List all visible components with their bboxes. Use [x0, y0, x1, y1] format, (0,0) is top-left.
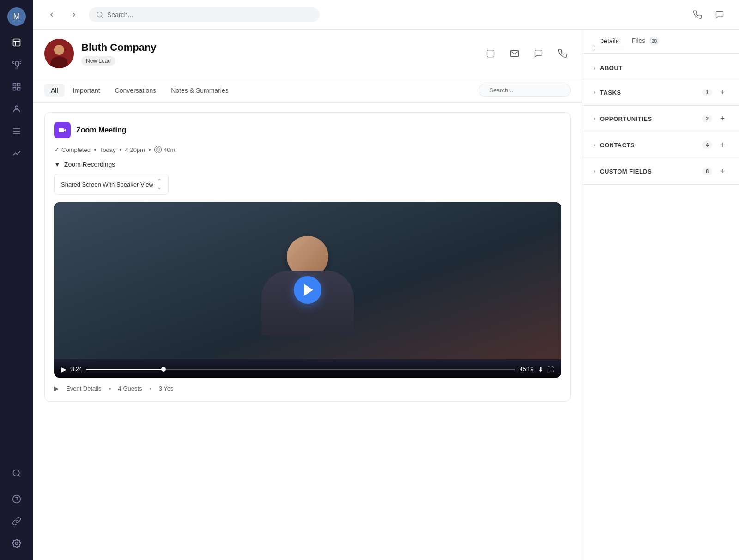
svg-line-15: [101, 16, 103, 18]
company-badge: New Lead: [81, 56, 115, 66]
custom-fields-add-button[interactable]: +: [717, 166, 728, 177]
sidebar-item-trophy[interactable]: [7, 55, 26, 74]
phone-button[interactable]: [689, 6, 706, 23]
activity-icon: [54, 122, 71, 138]
opportunities-badge: 2: [702, 115, 712, 122]
filter-search-input[interactable]: [489, 87, 567, 94]
filter-tabs: All Important Conversations Notes & Summ…: [33, 78, 582, 103]
video-play-small-icon[interactable]: ▶: [61, 366, 67, 373]
accordion-contacts-header[interactable]: › CONTACTS 4 +: [582, 132, 739, 158]
video-controls: ▶ 8:24 45:19 ⬇ ⛶: [54, 361, 561, 378]
search-input[interactable]: [107, 11, 312, 18]
right-panel-content: › ABOUT › TASKS 1 + ›: [582, 54, 739, 560]
message-action[interactable]: [530, 45, 547, 62]
sidebar-item-integrations[interactable]: [7, 512, 26, 530]
sidebar-item-help[interactable]: [7, 490, 26, 508]
company-header: Bluth Company New Lead: [33, 30, 582, 78]
svg-rect-0: [13, 39, 20, 46]
event-details-arrow-icon: ▶: [54, 385, 59, 392]
activity-duration: 40m: [164, 146, 175, 153]
view-selector[interactable]: Shared Screen With Speaker View ⌃⌄: [54, 174, 169, 195]
svg-rect-22: [59, 128, 64, 132]
opportunities-title: OPPORTUNITIES: [600, 115, 697, 122]
company-info: Bluth Company New Lead: [81, 42, 475, 66]
meta-dot-2: [120, 149, 121, 151]
recordings-label: Zoom Recordings: [64, 161, 115, 168]
phone-action[interactable]: [554, 45, 571, 62]
tasks-title: TASKS: [600, 89, 697, 96]
activity-feed: Zoom Meeting ✓ Completed Today 4:20pm: [33, 103, 582, 560]
video-player[interactable]: ▶ 8:24 45:19 ⬇ ⛶: [54, 202, 561, 378]
event-dot-2: [150, 388, 151, 390]
play-triangle-icon: [304, 284, 313, 296]
tab-important[interactable]: Important: [67, 84, 107, 97]
svg-line-10: [18, 475, 20, 477]
view-selector-arrow: ⌃⌄: [157, 178, 162, 191]
sidebar-item-contacts[interactable]: [7, 100, 26, 118]
company-avatar-inner: [44, 39, 74, 68]
files-badge: 28: [649, 36, 659, 46]
tab-conversations[interactable]: Conversations: [109, 84, 163, 97]
svg-point-17: [54, 45, 64, 55]
sidebar-item-grid[interactable]: [7, 78, 26, 96]
activity-card-header: Zoom Meeting: [54, 122, 561, 138]
user-avatar[interactable]: M: [7, 7, 26, 26]
duration-display: 40m: [154, 146, 175, 153]
company-avatar: [44, 39, 74, 68]
right-tab-details[interactable]: Details: [594, 35, 624, 48]
svg-point-5: [15, 106, 18, 109]
right-panel-tabs: Details Files 28: [582, 30, 739, 54]
filter-search[interactable]: [479, 84, 571, 97]
chat-button[interactable]: [711, 6, 728, 23]
forward-button[interactable]: [67, 7, 81, 22]
tasks-arrow-icon: ›: [594, 89, 595, 96]
sidebar-item-search[interactable]: [7, 464, 26, 482]
view-label: Shared Screen With Speaker View: [61, 181, 153, 188]
note-action[interactable]: [482, 45, 499, 62]
activity-time: 4:20pm: [125, 146, 145, 153]
right-tab-files[interactable]: Files 28: [626, 34, 665, 49]
svg-rect-19: [487, 50, 494, 57]
video-download-icon[interactable]: ⬇: [538, 366, 544, 373]
video-fullscreen-icon[interactable]: ⛶: [547, 366, 554, 373]
play-button[interactable]: [294, 276, 321, 304]
company-avatar-image: [44, 39, 74, 68]
meta-dot-1: [94, 149, 96, 151]
about-arrow-icon: ›: [594, 65, 595, 72]
custom-fields-arrow-icon: ›: [594, 168, 595, 175]
sidebar-item-list[interactable]: [7, 122, 26, 140]
tab-notes[interactable]: Notes & Summaries: [164, 84, 235, 97]
event-details-footer[interactable]: ▶ Event Details 4 Guests 3 Yes: [54, 385, 561, 392]
accordion-contacts: › CONTACTS 4 +: [582, 132, 739, 158]
content-area: Bluth Company New Lead: [33, 30, 739, 560]
check-icon: ✓: [54, 146, 60, 153]
sidebar-item-analytics[interactable]: [7, 144, 26, 163]
topnav: [33, 0, 739, 30]
accordion-about: › ABOUT: [582, 57, 739, 79]
right-panel: Details Files 28 › ABOUT: [582, 30, 739, 560]
sidebar-item-inbox[interactable]: [7, 33, 26, 52]
email-action[interactable]: [506, 45, 523, 62]
sidebar-item-settings[interactable]: [7, 534, 26, 553]
contacts-add-button[interactable]: +: [717, 139, 728, 151]
clock-icon: [154, 146, 162, 153]
zoom-recordings-toggle[interactable]: ▼ Zoom Recordings: [54, 161, 561, 168]
event-details-label: Event Details: [66, 385, 102, 392]
video-progress-bar[interactable]: [86, 369, 515, 370]
activity-title: Zoom Meeting: [76, 126, 126, 134]
search-bar[interactable]: [89, 7, 320, 22]
back-button[interactable]: [44, 7, 59, 22]
video-current-time: 8:24: [71, 366, 82, 373]
activity-meta: ✓ Completed Today 4:20pm 40m: [54, 146, 561, 153]
event-guests: 4 Guests: [118, 385, 142, 392]
accordion-tasks-header[interactable]: › TASKS 1 +: [582, 79, 739, 105]
svg-rect-4: [18, 88, 20, 90]
accordion-about-header[interactable]: › ABOUT: [582, 57, 739, 79]
accordion-custom-fields-header[interactable]: › CUSTOM FIELDS 8 +: [582, 158, 739, 184]
opportunities-add-button[interactable]: +: [717, 113, 728, 124]
tab-all[interactable]: All: [44, 84, 65, 97]
accordion-opportunities-header[interactable]: › OPPORTUNITIES 2 +: [582, 106, 739, 132]
video-total-time: 45:19: [520, 366, 533, 373]
tasks-add-button[interactable]: +: [717, 87, 728, 98]
company-actions: [482, 45, 571, 62]
